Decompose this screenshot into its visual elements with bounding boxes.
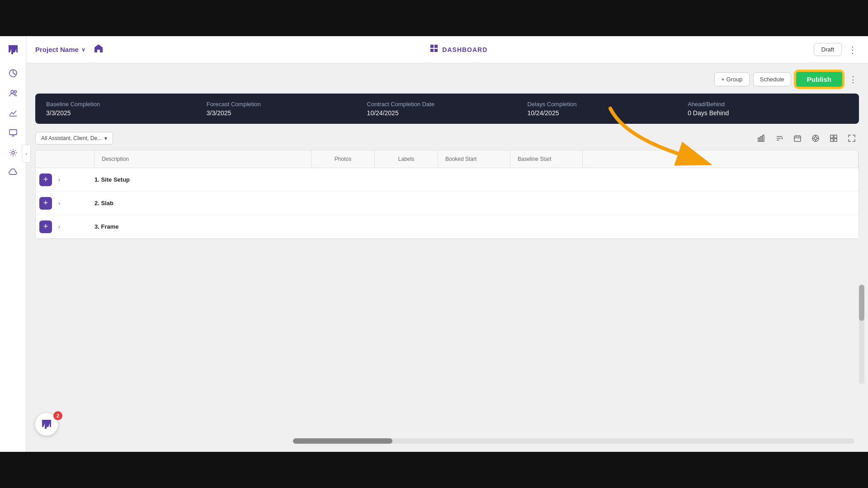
h-scrollbar-thumb[interactable] (293, 438, 392, 444)
group-button[interactable]: + Group (714, 72, 749, 86)
scrollbar-thumb[interactable] (859, 285, 864, 321)
header-more-menu[interactable]: ⋮ (846, 42, 859, 57)
app-container: › Project Name ∨ (0, 36, 868, 452)
table-header-booked: Booked Start (438, 150, 510, 168)
toolbar-more-menu[interactable]: ⋮ (847, 73, 859, 86)
svg-rect-11 (434, 49, 438, 52)
filter-label: All Assistant, Client, De... (41, 135, 102, 141)
svg-rect-30 (834, 135, 837, 138)
row-controls-1: + › (36, 174, 94, 186)
sidebar-icon-team[interactable] (5, 85, 21, 101)
table-header-extra (583, 150, 859, 168)
row-add-button-2[interactable]: + (39, 197, 52, 210)
sidebar-icon-settings[interactable] (5, 145, 21, 161)
stat-baseline-value: 3/3/2025 (46, 109, 207, 117)
sidebar-icon-chart[interactable] (5, 105, 21, 121)
row-add-button-3[interactable]: + (39, 221, 52, 233)
stat-contract-completion: Contract Completion Date 10/24/2025 (367, 101, 528, 117)
stat-forecast-value: 3/3/2025 (207, 109, 367, 117)
bar-chart-view-icon[interactable] (754, 131, 769, 145)
table-header-description: Description (94, 150, 311, 168)
svg-rect-19 (794, 136, 801, 141)
sidebar (0, 36, 26, 452)
expand-view-icon[interactable] (844, 131, 859, 145)
sidebar-icon-analytics[interactable] (5, 65, 21, 81)
publish-button[interactable]: Publish (795, 70, 844, 88)
row-expand-button-2[interactable]: › (55, 199, 64, 208)
svg-rect-10 (430, 49, 434, 52)
dashboard-grid-icon (429, 44, 439, 55)
bottom-black-bar (0, 452, 868, 488)
sidebar-collapse-button[interactable]: › (22, 145, 31, 163)
table-header-baseline: Baseline Start (510, 150, 583, 168)
sidebar-icon-cloud[interactable] (5, 164, 21, 181)
stat-contract-value: 10/24/2025 (367, 109, 528, 117)
stats-bar: Baseline Completion 3/3/2025 Forecast Co… (35, 94, 859, 124)
stat-ahead-value: 0 Days Behind (688, 109, 848, 117)
vertical-scrollbar[interactable] (859, 285, 864, 384)
filter-chevron: ▾ (104, 135, 107, 141)
grid-view-icon[interactable] (826, 131, 841, 145)
home-icon[interactable] (94, 43, 104, 56)
toolbar-row: + Group Schedule Publish ⋮ (35, 70, 859, 88)
svg-rect-29 (830, 135, 833, 138)
row-expand-button-1[interactable]: › (55, 175, 64, 184)
stat-baseline-completion: Baseline Completion 3/3/2025 (46, 101, 207, 117)
stat-delays-label: Delays Completion (527, 101, 688, 108)
filter-dropdown[interactable]: All Assistant, Client, De... ▾ (35, 132, 113, 145)
row-description-1: 1. Site Setup (94, 176, 344, 183)
svg-rect-8 (430, 45, 434, 48)
stat-delays-value: 10/24/2025 (527, 109, 688, 117)
view-icons (754, 131, 859, 145)
project-name-chevron: ∨ (81, 47, 85, 53)
stat-ahead-behind: Ahead/Behind 0 Days Behind (688, 101, 848, 117)
svg-point-7 (12, 151, 14, 154)
header-right: Draft ⋮ (814, 42, 859, 57)
stat-ahead-label: Ahead/Behind (688, 101, 848, 108)
table-header-control (36, 150, 94, 168)
svg-point-1 (11, 90, 14, 93)
horizontal-scrollbar[interactable] (293, 438, 854, 444)
filter-row: All Assistant, Client, De... ▾ (35, 131, 859, 145)
table-row: + › 1. Site Setup (36, 168, 859, 192)
row-expand-button-3[interactable]: › (55, 222, 64, 231)
svg-point-2 (14, 91, 16, 93)
dashboard-label: DASHBOARD (442, 46, 487, 53)
content-area: + Group Schedule Publish ⋮ Baseline Comp… (26, 63, 868, 452)
sidebar-logo[interactable] (5, 42, 21, 58)
table-row: + › 2. Slab (36, 192, 859, 215)
calendar-view-icon[interactable] (790, 131, 805, 145)
row-controls-2: + › (36, 197, 94, 210)
notification-badge: 2 (53, 411, 62, 420)
row-add-button-1[interactable]: + (39, 174, 52, 186)
svg-rect-31 (830, 139, 833, 141)
project-name-text: Project Name (35, 46, 79, 53)
header-center: DASHBOARD (109, 44, 808, 55)
schedule-button[interactable]: Schedule (753, 72, 791, 86)
main-content: Project Name ∨ DASHBOARD (26, 36, 868, 452)
schedule-table: Description Photos Labels Booked Start B… (35, 150, 859, 239)
stat-delays-completion: Delays Completion 10/24/2025 (527, 101, 688, 117)
stat-contract-label: Contract Completion Date (367, 101, 528, 108)
table-header-photos: Photos (311, 150, 375, 168)
svg-rect-13 (758, 138, 760, 141)
share-view-icon[interactable] (808, 131, 823, 145)
row-description-3: 3. Frame (94, 223, 344, 230)
project-name[interactable]: Project Name ∨ (35, 46, 85, 53)
floating-notification[interactable]: 2 (35, 413, 61, 438)
header-bar: Project Name ∨ DASHBOARD (26, 36, 868, 63)
sort-view-icon[interactable] (772, 131, 787, 145)
row-description-2: 2. Slab (94, 200, 344, 206)
stat-forecast-completion: Forecast Completion 3/3/2025 (207, 101, 367, 117)
sidebar-icon-monitor[interactable] (5, 125, 21, 141)
stat-baseline-label: Baseline Completion (46, 101, 207, 108)
table-header: Description Photos Labels Booked Start B… (36, 150, 859, 168)
row-controls-3: + › (36, 221, 94, 233)
svg-rect-32 (834, 139, 837, 141)
svg-rect-4 (9, 130, 17, 135)
svg-point-24 (814, 137, 817, 140)
svg-rect-15 (763, 135, 764, 141)
stat-forecast-label: Forecast Completion (207, 101, 367, 108)
top-black-bar (0, 0, 868, 36)
draft-button[interactable]: Draft (814, 43, 842, 56)
